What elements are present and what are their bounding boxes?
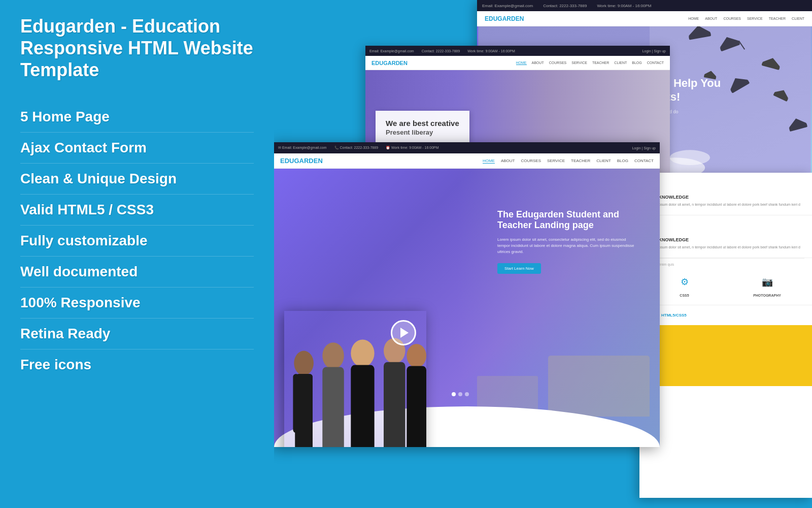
feature-item-5: Fully customizable	[20, 226, 254, 257]
topright-work: Work time: 9:00AM - 16:00PM	[597, 4, 651, 8]
left-panel: Edugarden - Education Responsive HTML We…	[0, 0, 274, 508]
feature-item-7: 100% Responsive	[20, 288, 254, 319]
topright-navlinks: HOME ABOUT COURSES SERVICE TEACHER CLIEN…	[688, 17, 804, 20]
mini-text: m-mim enim quis	[639, 259, 812, 270]
knowledge2-title: OUR KNOWLEDGE	[647, 237, 804, 242]
middle-navbar: Email: Example@gmail.com Contact: 2222-3…	[365, 46, 670, 56]
knowledge2-icon: ✦	[647, 223, 804, 234]
front-hero: The Edugarden Student and Teacher Landin…	[274, 169, 660, 447]
m-nav-home[interactable]: HOME	[516, 61, 527, 65]
front-email: ✉ Email: Example@gmail.com	[278, 146, 327, 150]
help-overlay: to Help Younts! it, sed dogna.	[650, 26, 812, 173]
m-nav-courses[interactable]: COURSES	[549, 61, 567, 65]
preview-area: Email: Example@gmail.com Contact: 2222-3…	[274, 0, 812, 508]
front-logo: EDUGARDEN	[280, 157, 323, 165]
middle-work: Work time: 9:00AM - 16:00PM	[467, 49, 515, 53]
knowledge-icon: ✦	[647, 180, 804, 192]
svg-rect-21	[307, 374, 313, 428]
css5-label: CSS5	[680, 294, 689, 297]
middle-contact: Contact: 2222-333-7889	[422, 49, 460, 53]
preview-right: ✦ OUR KNOWLEDGE Lorem ipsum dolor sit am…	[639, 173, 812, 498]
front-navbar: ✉ Email: Example@gmail.com 📞 Contact: 22…	[274, 142, 660, 153]
f-nav-blog[interactable]: BLOG	[617, 158, 628, 164]
m-nav-service[interactable]: SERVICE	[571, 61, 587, 65]
front-login[interactable]: Login | Sign up	[632, 146, 656, 150]
nav-client[interactable]: CLIENT	[792, 17, 804, 20]
nav-about[interactable]: ABOUT	[705, 17, 717, 20]
knowledge2-desc: Lorem ipsum dolor sit amet, n tempor inc…	[647, 245, 804, 250]
knowledge-desc: Lorem ipsum dolor sit amet, n tempor inc…	[647, 202, 804, 207]
f-nav-teacher[interactable]: TEACHER	[571, 158, 590, 164]
dot-3[interactable]	[465, 392, 469, 396]
nav-home[interactable]: HOME	[688, 17, 699, 20]
m-nav-client[interactable]: CLIENT	[614, 61, 627, 65]
topright-contact: Contact: 2222-333-7889	[543, 4, 587, 8]
middle-mainnav: EDUGARDEN HOME ABOUT COURSES SERVICE TEA…	[365, 56, 670, 70]
sofa-silhouette	[548, 356, 650, 417]
nav-teacher[interactable]: TEACHER	[769, 17, 786, 20]
topright-email: Email: Example@gmail.com	[482, 4, 533, 8]
m-nav-contact[interactable]: CONTACT	[647, 61, 664, 65]
front-hero-desc: Lorem ipsum dolor sit amet, consectetur …	[497, 237, 639, 255]
middle-email: Email: Example@gmail.com	[369, 49, 414, 53]
middle-navlinks: HOME ABOUT COURSES SERVICE TEACHER CLIEN…	[516, 61, 664, 65]
yellow-section	[639, 325, 812, 386]
middle-hero-title: We are best creative	[386, 118, 459, 129]
preview-front: ✉ Email: Example@gmail.com 📞 Contact: 22…	[274, 142, 660, 447]
photo-icon: 📷	[728, 276, 806, 288]
front-hero-title: The Edugarden Student and Teacher Landin…	[497, 209, 639, 231]
f-nav-contact[interactable]: CONTACT	[634, 158, 654, 164]
svg-rect-29	[407, 366, 426, 447]
f-nav-service[interactable]: SERVICE	[547, 158, 565, 164]
f-nav-about[interactable]: ABOUT	[501, 158, 515, 164]
nav-service[interactable]: SERVICE	[747, 17, 763, 20]
topright-navbar: Email: Example@gmail.com Contact: 2222-3…	[477, 0, 812, 11]
front-navlinks: HOME ABOUT COURSES SERVICE TEACHER CLIEN…	[483, 158, 654, 164]
svg-point-24	[351, 339, 374, 367]
main-title: Edugarden - Education Responsive HTML We…	[20, 15, 254, 81]
middle-login[interactable]: Login | Sign up	[642, 49, 666, 53]
feature-item-8: Retina Ready	[20, 319, 254, 350]
f-nav-client[interactable]: CLIENT	[596, 158, 611, 164]
feature-item-4: Valid HTML5 / CSS3	[20, 195, 254, 226]
play-button[interactable]	[391, 320, 416, 345]
m-nav-blog[interactable]: BLOG	[632, 61, 641, 65]
topright-mainnav: EDUGARDEN HOME ABOUT COURSES SERVICE TEA…	[477, 11, 812, 26]
f-nav-home[interactable]: HOME	[483, 158, 495, 164]
middle-hero-sub: Present liberay	[386, 129, 459, 136]
pagination-dots	[452, 392, 469, 396]
feature-item-6: Well documented	[20, 257, 254, 288]
feature-item-1: 5 Home Page	[20, 102, 254, 133]
help-desc: it, sed dogna.	[660, 109, 802, 122]
front-hero-btn[interactable]: Start Learn Now	[497, 263, 541, 274]
dot-1[interactable]	[452, 392, 456, 396]
svg-point-28	[407, 344, 426, 367]
feature-item-2: Ajax Contact Form	[20, 133, 254, 164]
svg-rect-20	[293, 374, 299, 433]
right-section-knowledge2: ✦ OUR KNOWLEDGE Lorem ipsum dolor sit am…	[639, 215, 812, 258]
m-nav-teacher[interactable]: TEACHER	[592, 61, 609, 65]
f-nav-courses[interactable]: COURSES	[521, 158, 541, 164]
front-hero-text: The Edugarden Student and Teacher Landin…	[497, 209, 639, 274]
html-label: HTML5/CSS5	[661, 313, 687, 318]
feature-item-3: Clean & Unique Design	[20, 164, 254, 195]
feature-list: 5 Home Page Ajax Contact Form Clean & Un…	[20, 102, 254, 380]
topright-logo: EDUGARDEN	[485, 15, 524, 22]
html-item: 📄 HTML5/CSS5	[639, 305, 812, 325]
front-work: ⏰ Work time: 9:00AM - 16:00PM	[386, 146, 439, 150]
icon-grid: ⚙ CSS5 📷 PHOTOGRAPHY	[639, 270, 812, 305]
help-title: to Help Younts!	[660, 77, 802, 104]
front-mainnav: EDUGARDEN HOME ABOUT COURSES SERVICE TEA…	[274, 153, 660, 169]
nav-courses[interactable]: COURSES	[723, 17, 741, 20]
svg-rect-27	[384, 362, 405, 447]
front-contact: 📞 Contact: 2222-333-7889	[334, 146, 378, 150]
middle-content-card: We are best creative Present liberay	[376, 111, 469, 144]
dot-2[interactable]	[458, 392, 462, 396]
svg-point-22	[322, 342, 344, 369]
m-nav-about[interactable]: ABOUT	[532, 61, 544, 65]
knowledge-title: OUR KNOWLEDGE	[647, 195, 804, 200]
middle-logo: EDUGARDEN	[371, 60, 408, 66]
svg-point-18	[294, 351, 314, 375]
photo-item: 📷 PHOTOGRAPHY	[728, 276, 806, 299]
svg-rect-23	[322, 367, 344, 447]
